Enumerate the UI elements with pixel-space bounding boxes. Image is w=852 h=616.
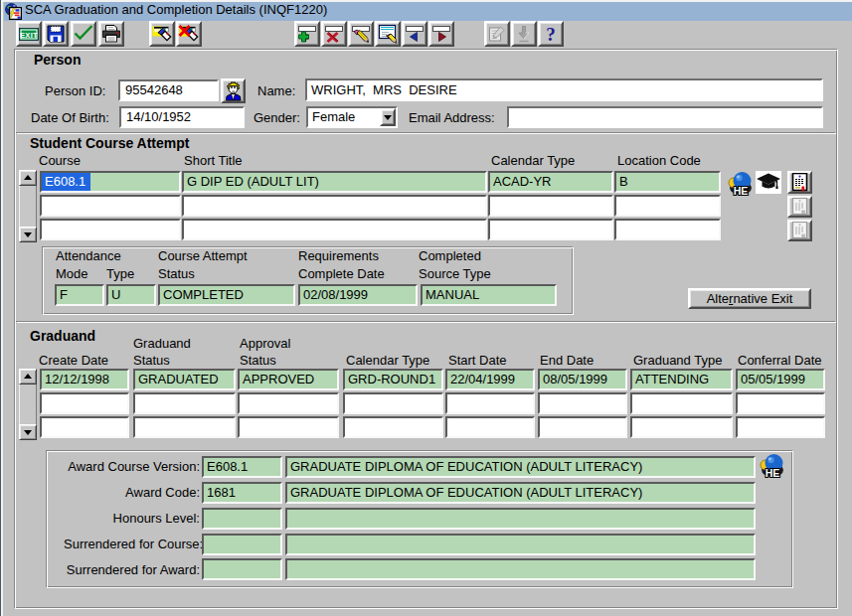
svg-text:EXIT: EXIT	[20, 31, 38, 40]
svg-text:?: ?	[546, 24, 556, 45]
svg-text:HE: HE	[734, 185, 749, 196]
svg-text:HE: HE	[766, 467, 780, 478]
